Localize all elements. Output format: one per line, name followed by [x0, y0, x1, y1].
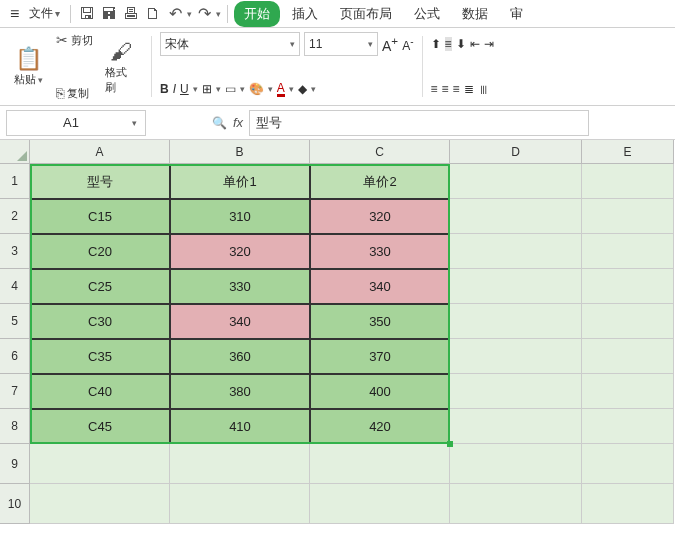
column-header[interactable]: C: [310, 140, 450, 164]
chevron-down-icon[interactable]: ▾: [289, 84, 294, 94]
tab-formulas[interactable]: 公式: [404, 1, 450, 27]
font-size-select[interactable]: 11 ▾: [304, 32, 378, 56]
search-icon[interactable]: 🔍: [212, 116, 227, 130]
cell[interactable]: [170, 484, 310, 524]
chevron-down-icon[interactable]: ▾: [187, 9, 192, 19]
tab-data[interactable]: 数据: [452, 1, 498, 27]
align-center-icon[interactable]: ≡: [442, 82, 449, 96]
select-all-corner[interactable]: [0, 140, 30, 164]
cell[interactable]: [450, 234, 582, 269]
fill-color-icon[interactable]: 🎨: [249, 82, 264, 96]
cell[interactable]: [582, 234, 674, 269]
cells-area[interactable]: 型号单价1单价2C15310320C20320330C25330340C3034…: [30, 164, 674, 524]
cell[interactable]: [450, 164, 582, 199]
borders-icon[interactable]: ⊞: [202, 82, 212, 96]
cell[interactable]: 310: [170, 199, 310, 234]
cell[interactable]: [450, 409, 582, 444]
cell[interactable]: [582, 339, 674, 374]
cell[interactable]: [30, 484, 170, 524]
row-header[interactable]: 7: [0, 374, 30, 409]
cell[interactable]: 320: [170, 234, 310, 269]
format-painter-button[interactable]: 🖌 格式刷: [99, 37, 143, 97]
decrease-font-icon[interactable]: A-: [402, 36, 413, 53]
tab-insert[interactable]: 插入: [282, 1, 328, 27]
file-menu[interactable]: 文件 ▾: [25, 5, 64, 22]
cell[interactable]: [582, 444, 674, 484]
formula-input[interactable]: 型号: [249, 110, 589, 136]
underline-icon[interactable]: U: [180, 82, 189, 96]
cell[interactable]: 型号: [30, 164, 170, 199]
row-header[interactable]: 10: [0, 484, 30, 524]
cell[interactable]: [450, 484, 582, 524]
cell[interactable]: [582, 484, 674, 524]
row-header[interactable]: 6: [0, 339, 30, 374]
fill-handle[interactable]: [447, 441, 453, 447]
cell[interactable]: 410: [170, 409, 310, 444]
chevron-down-icon[interactable]: ▾: [311, 84, 316, 94]
cell[interactable]: [310, 444, 450, 484]
cell[interactable]: 420: [310, 409, 450, 444]
column-header[interactable]: B: [170, 140, 310, 164]
cell[interactable]: [582, 304, 674, 339]
fx-icon[interactable]: fx: [233, 115, 243, 130]
cell[interactable]: [450, 444, 582, 484]
cell[interactable]: [450, 199, 582, 234]
justify-icon[interactable]: ≣: [464, 82, 474, 96]
cell[interactable]: C25: [30, 269, 170, 304]
cell[interactable]: [582, 199, 674, 234]
row-header[interactable]: 9: [0, 444, 30, 484]
row-header[interactable]: 4: [0, 269, 30, 304]
cell[interactable]: [582, 164, 674, 199]
shape-icon[interactable]: ▭: [225, 82, 236, 96]
align-middle-icon[interactable]: ≡: [445, 37, 452, 51]
distribute-icon[interactable]: ⫼: [478, 82, 490, 96]
cell[interactable]: 370: [310, 339, 450, 374]
print-icon[interactable]: 🖶: [121, 4, 141, 24]
name-box[interactable]: A1 ▾: [6, 110, 146, 136]
paste-button[interactable]: 📋 粘贴▾: [6, 44, 50, 89]
align-right-icon[interactable]: ≡: [453, 82, 460, 96]
cell[interactable]: 单价2: [310, 164, 450, 199]
chevron-down-icon[interactable]: ▾: [240, 84, 245, 94]
font-color-icon[interactable]: A: [277, 81, 285, 97]
copy-button[interactable]: ⎘复制: [54, 85, 95, 101]
cell[interactable]: [450, 269, 582, 304]
cell[interactable]: [582, 269, 674, 304]
chevron-down-icon[interactable]: ▾: [216, 9, 221, 19]
tab-layout[interactable]: 页面布局: [330, 1, 402, 27]
decrease-indent-icon[interactable]: ⇤: [470, 37, 480, 51]
cell[interactable]: C15: [30, 199, 170, 234]
row-header[interactable]: 8: [0, 409, 30, 444]
cell[interactable]: 320: [310, 199, 450, 234]
cell[interactable]: 380: [170, 374, 310, 409]
cell[interactable]: 330: [170, 269, 310, 304]
save-as-icon[interactable]: 🖬: [99, 4, 119, 24]
redo-icon[interactable]: ↷: [194, 4, 214, 24]
align-top-icon[interactable]: ⬆: [431, 37, 441, 51]
italic-icon[interactable]: I: [173, 82, 176, 96]
cell[interactable]: 360: [170, 339, 310, 374]
row-header[interactable]: 2: [0, 199, 30, 234]
chevron-down-icon[interactable]: ▾: [193, 84, 198, 94]
bold-icon[interactable]: B: [160, 82, 169, 96]
column-header[interactable]: D: [450, 140, 582, 164]
row-header[interactable]: 3: [0, 234, 30, 269]
column-header[interactable]: E: [582, 140, 674, 164]
undo-icon[interactable]: ↶: [165, 4, 185, 24]
cell[interactable]: [450, 304, 582, 339]
cell[interactable]: C40: [30, 374, 170, 409]
row-header[interactable]: 5: [0, 304, 30, 339]
cell[interactable]: C35: [30, 339, 170, 374]
increase-font-icon[interactable]: A+: [382, 34, 398, 54]
tab-review[interactable]: 审: [500, 1, 533, 27]
row-header[interactable]: 1: [0, 164, 30, 199]
tab-home[interactable]: 开始: [234, 1, 280, 27]
cut-button[interactable]: ✂剪切: [54, 32, 95, 48]
hamburger-icon[interactable]: ≡: [6, 5, 23, 23]
align-left-icon[interactable]: ≡: [431, 82, 438, 96]
chevron-down-icon[interactable]: ▾: [268, 84, 273, 94]
cell[interactable]: C45: [30, 409, 170, 444]
cell[interactable]: [310, 484, 450, 524]
cell[interactable]: [582, 374, 674, 409]
cell[interactable]: 单价1: [170, 164, 310, 199]
